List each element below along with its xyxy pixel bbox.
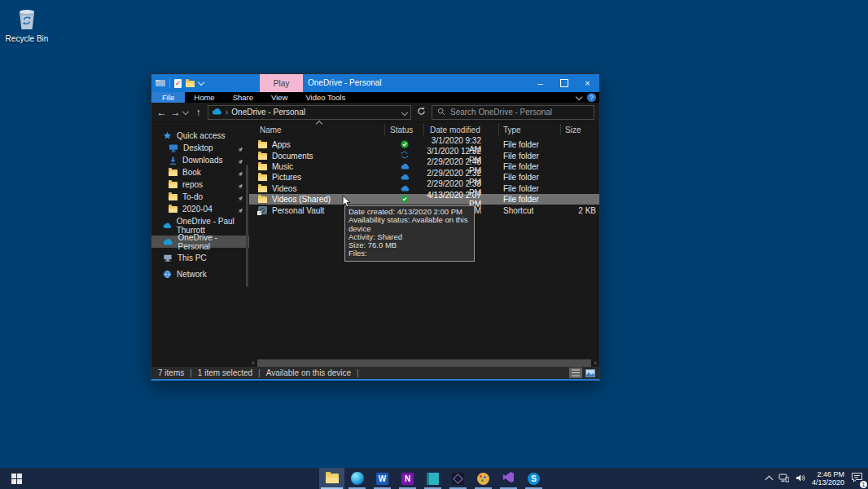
items-count: 7 items bbox=[158, 368, 184, 377]
book-app-icon bbox=[427, 473, 439, 485]
tab-home[interactable]: Home bbox=[185, 92, 223, 103]
start-button[interactable] bbox=[0, 468, 33, 489]
onedrive-cloud-icon bbox=[163, 222, 172, 229]
search-input[interactable]: Search OneDrive - Personal bbox=[432, 105, 594, 120]
recent-locations-dropdown[interactable] bbox=[182, 108, 189, 114]
horizontal-scrollbar[interactable]: ‹ › bbox=[249, 359, 599, 367]
monitor-icon bbox=[169, 143, 178, 152]
thumbnails-view-button[interactable] bbox=[584, 368, 597, 378]
tab-view[interactable]: View bbox=[262, 92, 296, 103]
details-view-button[interactable] bbox=[569, 368, 582, 378]
taskbar-skype[interactable]: S bbox=[521, 468, 546, 489]
network-tray-icon[interactable] bbox=[778, 471, 789, 486]
navigation-pane: Quick access Desktop Downloads Book bbox=[151, 122, 249, 379]
sidebar-item-onedrive-paul-thurrott[interactable]: OneDrive - Paul Thurrott bbox=[151, 219, 249, 231]
quick-access-toolbar: ✓ bbox=[156, 74, 204, 92]
sidebar-item-downloads[interactable]: Downloads bbox=[151, 154, 249, 166]
search-icon bbox=[437, 108, 445, 117]
column-header-status[interactable]: Status bbox=[385, 124, 424, 135]
file-row-videos-shared[interactable]: Videos (Shared) 4/13/2020 2:07 PM File f… bbox=[249, 194, 599, 205]
taskbar-onenote[interactable]: N bbox=[395, 468, 420, 489]
taskbar-file-explorer[interactable] bbox=[319, 468, 344, 489]
selected-count: 1 item selected bbox=[198, 368, 252, 377]
address-bar[interactable]: › OneDrive - Personal bbox=[208, 105, 411, 120]
sidebar-item-repos[interactable]: repos bbox=[151, 178, 249, 191]
globe-icon bbox=[163, 270, 172, 279]
onedrive-cloud-icon bbox=[163, 238, 173, 245]
maximize-icon bbox=[560, 79, 568, 87]
sidebar-item-desktop[interactable]: Desktop bbox=[151, 142, 249, 154]
sidebar-item-todo[interactable]: To-do bbox=[151, 191, 249, 203]
nav-scrollbar[interactable] bbox=[246, 165, 248, 287]
taskbar-word[interactable]: W bbox=[370, 468, 395, 489]
edge-icon bbox=[351, 472, 364, 485]
taskbar-diamond-app[interactable] bbox=[445, 468, 471, 489]
recycle-bin-icon bbox=[15, 24, 38, 33]
taskbar-visual-studio[interactable] bbox=[496, 468, 521, 489]
pin-icon bbox=[238, 182, 243, 191]
folder-icon bbox=[258, 153, 267, 160]
status-synced-icon bbox=[401, 140, 409, 150]
onedrive-cloud-icon bbox=[212, 108, 222, 117]
address-bar-row: ← → ↑ › OneDrive - Personal Search OneDr… bbox=[151, 103, 599, 122]
expand-ribbon-icon[interactable] bbox=[576, 93, 582, 99]
sidebar-item-book[interactable]: Book bbox=[151, 166, 249, 178]
column-header-size[interactable]: Size bbox=[561, 124, 599, 135]
sidebar-item-this-pc[interactable]: This PC bbox=[151, 252, 249, 264]
recycle-bin-label: Recycle Bin bbox=[0, 34, 54, 43]
scroll-left-icon[interactable]: ‹ bbox=[249, 359, 257, 367]
word-icon: W bbox=[376, 473, 388, 485]
this-pc-icon bbox=[163, 253, 173, 262]
action-center-icon[interactable]: 1 bbox=[851, 471, 863, 486]
folder-icon bbox=[169, 194, 178, 200]
maximize-button[interactable] bbox=[552, 74, 576, 92]
sort-ascending-icon bbox=[316, 121, 322, 127]
taskbar-clock[interactable]: 2:46 PM 4/13/2020 bbox=[812, 470, 844, 487]
folder-icon bbox=[169, 170, 178, 176]
breadcrumb[interactable]: OneDrive - Personal bbox=[231, 108, 399, 117]
tab-share[interactable]: Share bbox=[224, 92, 262, 103]
forward-button[interactable]: → bbox=[169, 107, 182, 118]
help-icon[interactable]: ? bbox=[587, 93, 596, 102]
close-button[interactable]: × bbox=[576, 74, 599, 92]
sidebar-item-2020-04[interactable]: 2020-04 bbox=[151, 203, 249, 215]
recycle-bin[interactable]: Recycle Bin bbox=[0, 7, 54, 43]
taskbar-paint-app[interactable] bbox=[471, 468, 496, 489]
taskbar: W N S 2:46 PM 4/13/2020 bbox=[0, 468, 868, 489]
volume-tray-icon[interactable] bbox=[796, 471, 805, 486]
qat-separator bbox=[169, 78, 170, 88]
play-contextual-tab[interactable]: Play bbox=[260, 74, 303, 92]
windows-logo-icon bbox=[11, 474, 22, 484]
desktop: Recycle Bin ✓ Play OneDrive - Personal –… bbox=[0, 0, 868, 489]
customize-qat-dropdown[interactable] bbox=[198, 79, 204, 86]
pin-icon bbox=[238, 157, 243, 166]
show-hidden-icons-chevron[interactable] bbox=[765, 476, 774, 484]
sidebar-item-onedrive-personal[interactable]: OneDrive - Personal bbox=[151, 236, 249, 248]
taskbar-edge[interactable] bbox=[344, 468, 370, 489]
address-dropdown[interactable] bbox=[401, 108, 408, 115]
minimize-button[interactable]: – bbox=[528, 74, 552, 92]
scrollbar-thumb[interactable] bbox=[257, 359, 591, 367]
column-header-date-modified[interactable]: Date modified bbox=[424, 124, 499, 135]
sidebar-item-quick-access[interactable]: Quick access bbox=[151, 130, 249, 142]
new-folder-button[interactable] bbox=[186, 81, 195, 87]
title-bar: ✓ Play OneDrive - Personal – × bbox=[151, 74, 599, 92]
mouse-cursor bbox=[342, 195, 351, 211]
status-synced-icon bbox=[401, 195, 409, 205]
folder-icon bbox=[258, 142, 267, 148]
skype-icon: S bbox=[528, 473, 540, 485]
onenote-icon: N bbox=[401, 473, 414, 485]
column-header-name[interactable]: Name bbox=[249, 124, 385, 135]
tab-file[interactable]: File bbox=[151, 92, 185, 103]
properties-button[interactable]: ✓ bbox=[174, 79, 182, 88]
sidebar-item-network[interactable]: Network bbox=[151, 268, 249, 280]
pin-icon bbox=[238, 206, 243, 215]
scroll-right-icon[interactable]: › bbox=[591, 359, 599, 367]
up-button[interactable]: ↑ bbox=[191, 107, 205, 118]
pin-icon bbox=[238, 194, 243, 203]
taskbar-book-app[interactable] bbox=[420, 468, 445, 489]
refresh-icon[interactable] bbox=[417, 107, 426, 117]
tab-video-tools[interactable]: Video Tools bbox=[296, 92, 354, 103]
column-header-type[interactable]: Type bbox=[499, 124, 561, 135]
back-button[interactable]: ← bbox=[155, 107, 169, 118]
